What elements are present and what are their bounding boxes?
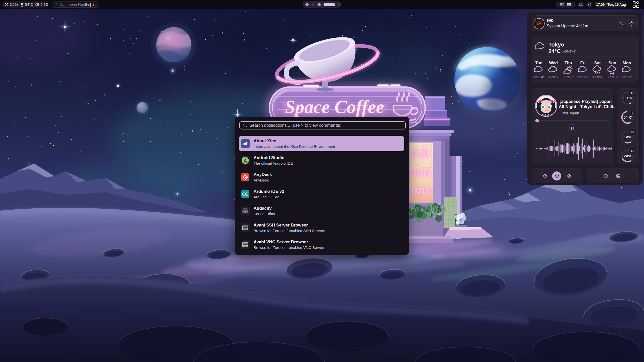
svg-text:3.1%: 3.1% [623,96,632,100]
svg-text:24%: 24% [624,154,631,158]
svg-text:Fri: Fri [580,61,585,65]
svg-text:Tue: Tue [535,61,542,65]
svg-text:33°/24°: 33°/24° [533,75,545,79]
svg-text:Wed: Wed [549,61,558,65]
svg-text:Sun: Sun [608,61,616,65]
svg-text:Thu: Thu [565,61,572,65]
svg-text:33°/26°: 33°/26° [621,75,633,79]
svg-text:24°C: 24°C [548,48,561,54]
svg-text:esh: esh [412,146,430,160]
svg-text:36°/26°: 36°/26° [592,75,603,79]
svg-text:Sat: Sat [594,61,601,65]
svg-text:35°/26°: 35°/26° [577,75,589,79]
svg-text:(GMT+9): (GMT+9) [563,50,576,53]
svg-text:Space Coffee: Space Coffee [285,97,384,117]
svg-text:14%: 14% [624,135,631,139]
svg-text:ans: ans [411,183,430,197]
svg-text:54°C: 54°C [623,115,632,119]
svg-text:33°/26°: 33°/26° [563,75,574,79]
svg-text:35°/25°: 35°/25° [548,75,559,79]
svg-text:33°/26°: 33°/26° [607,75,618,79]
svg-text:Mon: Mon [623,61,631,65]
svg-text:Tokyo: Tokyo [548,41,564,48]
svg-text:oon: oon [411,164,431,179]
